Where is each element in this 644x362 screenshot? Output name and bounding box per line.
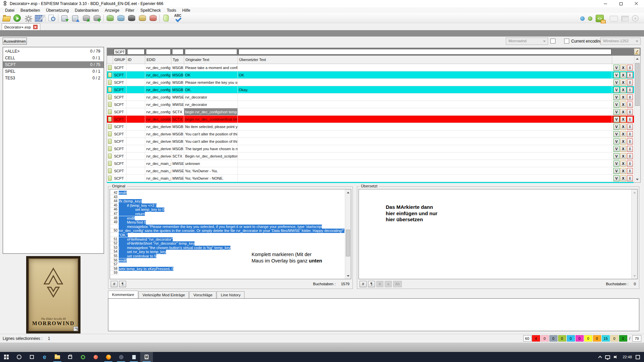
- bottom-tab[interactable]: Vorschläge: [189, 291, 216, 298]
- cell-original-text[interactable]: %s; %nOwner - %s.: [184, 167, 238, 174]
- bottom-tab[interactable]: Verknüpfte Mod Einträge: [139, 291, 189, 298]
- table-row[interactable]: SCPT rvr_dec_config MSGB OK OK V X I: [107, 71, 640, 79]
- cell-translated-text[interactable]: [238, 175, 612, 182]
- reject-button[interactable]: X: [620, 79, 626, 85]
- info-button[interactable]: I: [627, 124, 633, 130]
- lowercase-button[interactable]: a: [385, 281, 392, 287]
- menu-item[interactable]: Filter: [122, 8, 138, 13]
- table-row[interactable]: SCPT rvr_dec_config MSGB OK. Okay. V X I: [107, 86, 640, 94]
- auswahlmen-button[interactable]: Auswahlmen: [3, 38, 27, 45]
- pilcrow-toggle-button[interactable]: ¶: [119, 281, 126, 287]
- cell-original-text[interactable]: %s; %nOwner - NONE.: [184, 175, 238, 182]
- code-export-icon[interactable]: <><>: [596, 15, 604, 22]
- validate-button[interactable]: V: [613, 65, 620, 71]
- save-import-button[interactable]: [59, 13, 70, 23]
- script-button[interactable]: [161, 13, 171, 23]
- validate-button[interactable]: V: [613, 79, 620, 85]
- cell-translated-text[interactable]: [238, 79, 612, 86]
- info-button[interactable]: I: [627, 72, 633, 78]
- reject-button[interactable]: X: [620, 65, 626, 71]
- count-badge[interactable]: 15: [602, 335, 610, 342]
- validate-button[interactable]: V: [613, 102, 620, 108]
- info-button[interactable]: I: [627, 94, 633, 100]
- validate-button[interactable]: V: [613, 161, 620, 167]
- table-row[interactable]: SCPT rvr_dec_cooldown SCTX begin rvr_dec…: [107, 116, 640, 123]
- count-badge[interactable]: 0: [567, 335, 575, 342]
- cell-original-text[interactable]: rvr_decorator: [184, 101, 238, 108]
- table-row[interactable]: SCPT rvr_dec_main_m MWSE unknown V X I: [107, 160, 640, 167]
- info-button[interactable]: I: [627, 153, 633, 159]
- reject-button[interactable]: X: [620, 175, 626, 181]
- menu-item[interactable]: SpellCheck: [138, 8, 164, 13]
- speaker-tray-icon[interactable]: [614, 355, 619, 359]
- display-tray-icon[interactable]: [605, 355, 610, 359]
- count-badge[interactable]: 4: [532, 335, 540, 342]
- pilcrow-toggle-button[interactable]: ¶: [368, 281, 375, 287]
- taskbar-button[interactable]: [0, 352, 13, 362]
- numbers-toggle-button[interactable]: #: [111, 281, 118, 287]
- info-button[interactable]: I: [627, 65, 633, 71]
- reject-button[interactable]: X: [620, 102, 626, 108]
- database-blue-button[interactable]: [115, 13, 126, 23]
- original-text-area[interactable]: 42 endif 43 44 ifx (temp_key) 45: [110, 189, 351, 279]
- group-filter-item[interactable]: SCPT 0 / 75: [3, 61, 104, 68]
- scroll-up-icon[interactable]: [632, 190, 638, 195]
- cell-translated-text[interactable]: [238, 108, 612, 115]
- database-upload-button[interactable]: [81, 13, 92, 23]
- cell-original-text[interactable]: You can't alter the position of this ite…: [184, 138, 238, 145]
- table-row[interactable]: SCPT rvr_dec_config SCTX begin rvr_dec_c…: [107, 108, 640, 116]
- quick-translate-button[interactable]: [12, 13, 22, 23]
- dictionary-book-icon[interactable]: [610, 16, 618, 21]
- info-button[interactable]: I: [627, 146, 633, 152]
- info-button[interactable]: I: [627, 116, 633, 122]
- comment-text-area[interactable]: [108, 298, 639, 331]
- count-badge[interactable]: 0: [576, 335, 584, 342]
- translated-scrollbar[interactable]: [631, 189, 637, 279]
- cell-original-text[interactable]: OK: [184, 71, 238, 78]
- image-expand-icon[interactable]: [73, 326, 78, 331]
- filter-typ-input[interactable]: [172, 49, 183, 55]
- database-red-button[interactable]: [148, 13, 158, 23]
- count-badge[interactable]: 0: [619, 335, 627, 342]
- capitalize-button[interactable]: Ab: [393, 281, 402, 287]
- cell-original-text[interactable]: rvr_decorator: [184, 94, 238, 101]
- document-tab[interactable]: Decorator+.esp: [2, 23, 40, 30]
- cell-original-text[interactable]: No item selected, please point your cur.…: [184, 123, 238, 130]
- col-header-translation[interactable]: Übersetzter Text: [238, 56, 612, 64]
- cell-original-text[interactable]: Begin rvr_dec_derived_scriptlong itemr..…: [184, 153, 238, 160]
- reject-button[interactable]: X: [620, 168, 626, 174]
- scroll-down-icon[interactable]: [634, 177, 640, 182]
- cell-translated-text[interactable]: Okay.: [238, 86, 612, 93]
- database-yellow-button[interactable]: [137, 13, 148, 23]
- close-button[interactable]: [629, 0, 644, 7]
- cell-translated-text[interactable]: [238, 145, 612, 152]
- package-icon[interactable]: [621, 16, 629, 21]
- reject-button[interactable]: X: [620, 94, 626, 100]
- group-filter-item[interactable]: <ALLE> 0 / 79: [3, 48, 104, 55]
- col-header-original[interactable]: Originaler Text: [184, 56, 238, 64]
- col-header-edid[interactable]: EDID: [145, 56, 171, 64]
- maximize-button[interactable]: [613, 0, 629, 7]
- action-center-icon[interactable]: [636, 355, 640, 359]
- reject-button[interactable]: X: [620, 161, 626, 167]
- col-header-grup[interactable]: GRUP: [113, 56, 126, 64]
- validate-button[interactable]: V: [613, 131, 620, 137]
- table-row[interactable]: SCPT rvr_dec_derived_... SCTX Begin rvr_…: [107, 153, 640, 160]
- database-black-button[interactable]: [126, 13, 137, 23]
- group-filter-item[interactable]: CELL 0 / 1: [3, 55, 104, 61]
- info-button[interactable]: I: [627, 87, 633, 93]
- menu-item[interactable]: Datei: [2, 8, 17, 13]
- validate-button[interactable]: V: [613, 72, 620, 78]
- taskbar-button[interactable]: [115, 352, 127, 362]
- cell-original-text[interactable]: The target you have chosen is not dead: [184, 145, 238, 152]
- hidden-icons-chevron-icon[interactable]: [598, 356, 602, 359]
- validate-button[interactable]: V: [613, 94, 620, 100]
- taskbar-button[interactable]: [127, 352, 140, 362]
- cell-original-text[interactable]: Please take a moment and configure t...: [184, 64, 238, 71]
- status-blue-dot-icon[interactable]: [580, 16, 585, 21]
- validate-button[interactable]: V: [613, 138, 620, 144]
- info-button[interactable]: I: [627, 175, 633, 181]
- cell-translated-text[interactable]: [238, 94, 612, 101]
- clear-filters-button[interactable]: [634, 48, 640, 55]
- table-row[interactable]: SCPT rvr_dec_main_m MWSE %s; %nOwner - %…: [107, 167, 640, 175]
